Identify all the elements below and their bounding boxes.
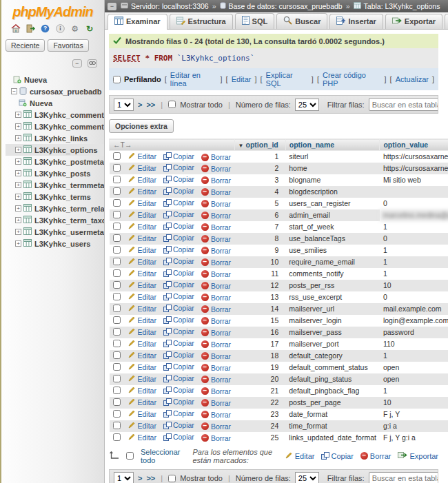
row-copy-link[interactable]: Copiar bbox=[163, 351, 194, 359]
sidebar-table-item-l3kyhkc_commentmeta[interactable]: + L3Kyhkc_commentmeta bbox=[6, 109, 104, 121]
row-delete-link[interactable]: − Borrar bbox=[201, 364, 231, 372]
sidebar-table-item-l3kyhkc_terms[interactable]: + L3Kyhkc_terms bbox=[6, 191, 104, 203]
row-checkbox[interactable] bbox=[113, 152, 121, 160]
expand-icon[interactable]: + bbox=[15, 194, 21, 200]
row-delete-link[interactable]: − Borrar bbox=[201, 422, 231, 431]
column-options-header[interactable]: ←T→ bbox=[110, 139, 235, 151]
row-copy-link[interactable]: Copiar bbox=[163, 292, 194, 300]
row-copy-link[interactable]: Copiar bbox=[163, 339, 194, 347]
row-edit-link[interactable]: Editar bbox=[128, 269, 156, 278]
row-checkbox[interactable] bbox=[113, 164, 121, 172]
row-checkbox[interactable] bbox=[113, 351, 121, 359]
explain-sql-link[interactable]: Explicar SQL bbox=[266, 71, 308, 88]
row-checkbox[interactable] bbox=[113, 433, 121, 441]
breadcrumb-database-link[interactable]: Base de datos: cursosax_pruebadb bbox=[229, 2, 343, 10]
row-delete-link[interactable]: − Borrar bbox=[201, 434, 231, 442]
favorite-tables-button[interactable]: Favoritas bbox=[48, 39, 88, 52]
row-checkbox[interactable] bbox=[113, 363, 121, 371]
row-copy-link[interactable]: Copiar bbox=[163, 327, 194, 336]
row-delete-link[interactable]: − Borrar bbox=[201, 270, 231, 278]
row-checkbox[interactable] bbox=[113, 187, 121, 195]
row-delete-link[interactable]: − Borrar bbox=[201, 176, 231, 185]
selected-delete-link[interactable]: − Borrar bbox=[360, 452, 391, 460]
row-copy-link[interactable]: Copiar bbox=[163, 398, 194, 406]
row-edit-link[interactable]: Editar bbox=[128, 339, 156, 349]
row-edit-link[interactable]: Editar bbox=[128, 292, 156, 302]
row-delete-link[interactable]: − Borrar bbox=[201, 411, 231, 419]
next-page-link[interactable]: > bbox=[138, 101, 142, 109]
help-icon[interactable]: ? bbox=[40, 24, 50, 34]
tab-importar[interactable]: Importar bbox=[445, 14, 448, 29]
row-copy-link[interactable]: Copiar bbox=[163, 175, 194, 183]
extra-options-button[interactable]: Opciones extra bbox=[109, 119, 174, 133]
row-delete-link[interactable]: − Borrar bbox=[201, 399, 231, 407]
row-delete-link[interactable]: − Borrar bbox=[201, 317, 231, 325]
row-delete-link[interactable]: − Borrar bbox=[201, 212, 231, 220]
expand-icon[interactable]: + bbox=[15, 182, 21, 188]
sidebar-table-item-l3kyhkc_term_relationships[interactable]: + L3Kyhkc_term_relationships bbox=[6, 203, 104, 214]
row-edit-link[interactable]: Editar bbox=[128, 362, 156, 372]
selected-copy-link[interactable]: Copiar bbox=[321, 452, 353, 460]
last-page-link[interactable]: >> bbox=[146, 474, 155, 482]
row-copy-link[interactable]: Copiar bbox=[163, 187, 194, 195]
row-checkbox[interactable] bbox=[113, 176, 121, 183]
row-copy-link[interactable]: Copiar bbox=[163, 433, 194, 441]
row-delete-link[interactable]: − Borrar bbox=[201, 352, 231, 360]
create-php-code-link[interactable]: Crear código PHP bbox=[323, 71, 381, 88]
row-copy-link[interactable]: Copiar bbox=[163, 304, 194, 312]
collapse-all-button[interactable]: − bbox=[72, 59, 82, 68]
row-edit-link[interactable]: Editar bbox=[128, 421, 156, 431]
row-checkbox[interactable] bbox=[113, 234, 121, 242]
sidebar-table-item-l3kyhkc_posts[interactable]: + L3Kyhkc_posts bbox=[6, 167, 104, 179]
logout-icon[interactable] bbox=[26, 24, 36, 34]
row-edit-link[interactable]: Editar bbox=[128, 175, 156, 185]
row-delete-link[interactable]: − Borrar bbox=[201, 376, 231, 384]
row-copy-link[interactable]: Copiar bbox=[163, 210, 194, 218]
select-all-label[interactable]: Seleccionar todo bbox=[141, 448, 180, 464]
row-delete-link[interactable]: − Borrar bbox=[201, 282, 231, 290]
tree-new-database[interactable]: Nueva bbox=[6, 74, 104, 85]
tree-database-cursosax-pruebadb[interactable]: − cursosax_pruebadb bbox=[6, 85, 104, 97]
row-copy-link[interactable]: Copiar bbox=[163, 362, 194, 371]
expand-icon[interactable]: + bbox=[15, 170, 21, 176]
sidebar-table-item-l3kyhkc_comments[interactable]: + L3Kyhkc_comments bbox=[6, 121, 104, 132]
row-checkbox[interactable] bbox=[113, 422, 121, 429]
inline-edit-link[interactable]: Editar en línea bbox=[170, 71, 217, 88]
row-checkbox[interactable] bbox=[113, 246, 121, 254]
row-checkbox[interactable] bbox=[113, 281, 121, 289]
column-header-option-value[interactable]: option_value bbox=[380, 139, 448, 151]
row-delete-link[interactable]: − Borrar bbox=[201, 329, 231, 337]
show-all-checkbox[interactable] bbox=[168, 475, 176, 482]
selected-export-link[interactable]: Exportar bbox=[398, 451, 438, 460]
row-delete-link[interactable]: − Borrar bbox=[201, 188, 231, 196]
column-header-option-name[interactable]: option_name bbox=[285, 139, 380, 151]
row-checkbox[interactable] bbox=[113, 387, 121, 394]
expand-icon[interactable]: + bbox=[15, 229, 21, 235]
row-copy-link[interactable]: Copiar bbox=[163, 421, 194, 429]
row-edit-link[interactable]: Editar bbox=[128, 409, 156, 419]
sidebar-table-item-l3kyhkc_users[interactable]: + L3Kyhkc_users bbox=[6, 238, 104, 249]
row-delete-link[interactable]: − Borrar bbox=[201, 153, 231, 161]
last-page-link[interactable]: >> bbox=[146, 101, 155, 109]
sql-keyword[interactable]: SELECT bbox=[113, 54, 141, 63]
row-checkbox[interactable] bbox=[113, 328, 121, 336]
row-copy-link[interactable]: Copiar bbox=[163, 222, 194, 230]
row-copy-link[interactable]: Copiar bbox=[163, 152, 194, 161]
expand-icon[interactable]: + bbox=[15, 158, 21, 165]
expand-icon[interactable]: + bbox=[15, 205, 21, 212]
sidebar-table-item-l3kyhkc_postmeta[interactable]: + L3Kyhkc_postmeta bbox=[6, 156, 104, 167]
row-copy-link[interactable]: Copiar bbox=[163, 245, 194, 254]
row-edit-link[interactable]: Editar bbox=[128, 152, 156, 161]
row-delete-link[interactable]: − Borrar bbox=[201, 223, 231, 232]
row-edit-link[interactable]: Editar bbox=[128, 327, 156, 337]
settings-icon[interactable]: ⚙ bbox=[70, 24, 80, 34]
row-edit-link[interactable]: Editar bbox=[128, 316, 156, 325]
row-checkbox[interactable] bbox=[113, 340, 121, 347]
tab-examinar[interactable]: Examinar bbox=[108, 14, 167, 30]
row-edit-link[interactable]: Editar bbox=[128, 245, 156, 255]
row-checkbox[interactable] bbox=[113, 199, 121, 207]
breadcrumb-server-link[interactable]: Servidor: localhost:3306 bbox=[131, 2, 209, 10]
row-edit-link[interactable]: Editar bbox=[128, 210, 156, 220]
expand-icon[interactable]: + bbox=[15, 217, 21, 223]
row-copy-link[interactable]: Copiar bbox=[163, 163, 194, 172]
